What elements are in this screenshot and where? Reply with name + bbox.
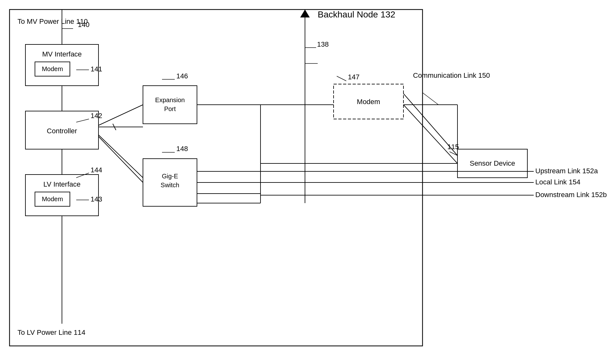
diagram-container: Modem MV Interface Controller Modem LV I… [0,0,609,364]
ref-115: 115 [447,143,459,151]
svg-line-25 [98,105,143,125]
svg-marker-34 [300,10,310,17]
ref-138: 138 [317,40,329,48]
local-link-label: Local Link 154 [535,178,580,186]
downstream-link-label: Downstream Link 152b [535,191,607,199]
svg-text:Sensor Device: Sensor Device [470,159,515,167]
svg-text:Switch: Switch [161,182,179,189]
svg-line-53 [337,76,346,81]
svg-text:Modem: Modem [42,65,63,72]
svg-line-24 [98,136,143,182]
svg-line-49 [76,119,89,122]
comm-link-label: Communication Link 150 [413,71,490,79]
ref-146: 146 [176,72,188,80]
svg-text:Gig-E: Gig-E [162,173,178,180]
svg-text:Modem: Modem [42,195,63,202]
svg-rect-0 [10,10,423,346]
svg-line-40 [403,105,457,163]
svg-text:MV Interface: MV Interface [42,50,82,58]
upstream-link-label: Upstream Link 152a [535,167,598,175]
ref-147: 147 [348,73,360,81]
svg-rect-15 [143,86,197,124]
mv-power-line-label: To MV Power Line 110 [17,17,88,25]
svg-text:Port: Port [164,105,176,112]
ref-143: 143 [91,195,102,203]
svg-line-51 [76,173,89,178]
svg-line-63 [423,93,438,105]
backhaul-node-label: Backhaul Node 132 [318,10,395,19]
lv-power-line-label: To LV Power Line 114 [17,328,85,336]
ref-140: 140 [78,21,90,29]
svg-line-55 [450,152,457,156]
ref-148: 148 [176,145,188,153]
svg-text:LV Interface: LV Interface [44,180,81,188]
svg-text:Modem: Modem [357,98,380,106]
ref-144: 144 [91,166,102,174]
svg-text:Controller: Controller [47,127,77,135]
svg-text:Expansion: Expansion [155,96,185,103]
svg-line-26 [98,135,143,178]
ref-142: 142 [91,112,102,120]
svg-line-23 [98,140,143,182]
ref-141: 141 [91,65,102,73]
